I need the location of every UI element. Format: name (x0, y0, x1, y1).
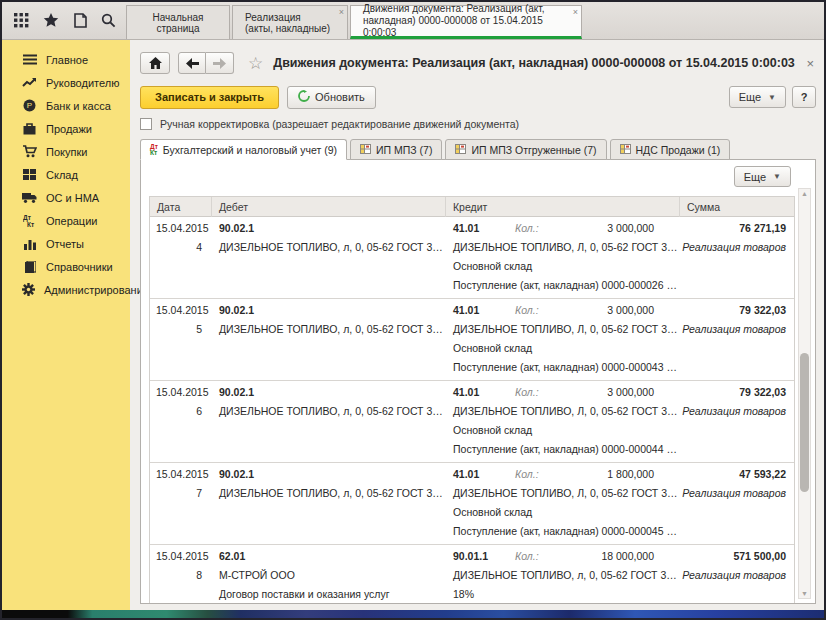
more-button[interactable]: Еще▼ (729, 86, 786, 108)
cell-debit-detail (212, 503, 446, 522)
col-header-credit[interactable]: Кредит (446, 197, 680, 217)
main-area: ☆ Движения документа: Реализация (акт, н… (130, 40, 824, 610)
chevron-down-icon: ▼ (773, 172, 781, 181)
cell-debit-detail (212, 440, 446, 459)
tab-ip-mpz[interactable]: ИП МПЗ (7) (350, 139, 442, 160)
table-more-button[interactable]: Еще▼ (734, 166, 791, 187)
favorite-star-icon[interactable]: ☆ (248, 53, 263, 74)
tab-ip-mpz-shipped[interactable]: ИП МПЗ Отгруженные (7) (445, 139, 606, 160)
history-icon[interactable] (73, 13, 87, 28)
col-header-sum[interactable]: Сумма (680, 197, 794, 217)
help-button[interactable]: ? (792, 86, 816, 108)
home-button[interactable] (140, 52, 170, 74)
cell-credit-detail: Основной склад (446, 421, 680, 440)
tab-document-movements[interactable]: Движения документа: Реализация (акт, нак… (350, 5, 582, 39)
sidebar-item-label: Продажи (46, 123, 92, 135)
col-header-date[interactable]: Дата (150, 197, 212, 217)
scrollbar-thumb[interactable] (800, 353, 809, 492)
menu-icon (22, 54, 37, 65)
app-window: Начальная страница Реализация (акты, нак… (0, 0, 826, 620)
sidebar-item-label: Банк и касса (46, 100, 111, 112)
save-and-close-button[interactable]: Записать и закрыть (140, 86, 279, 109)
sidebar-item-warehouse[interactable]: Склад (2, 163, 130, 186)
sidebar-item-bank-cash[interactable]: PБанк и касса (2, 94, 130, 117)
cell-debit-account: 90.02.1 (212, 301, 446, 320)
cell-debit-detail (212, 257, 446, 276)
cell-debit-detail (212, 276, 446, 295)
refresh-label: Обновить (315, 91, 365, 103)
sidebar-item-catalogs[interactable]: Справочники (2, 255, 130, 278)
cell-date: 15.04.2015 (150, 301, 212, 320)
scroll-down-icon[interactable]: ▼ (799, 590, 810, 597)
scroll-up-icon[interactable]: ▲ (799, 190, 810, 197)
sidebar-item-administration[interactable]: Администрирование (2, 278, 130, 301)
document-close-icon[interactable]: × (804, 56, 816, 71)
cell-date: 15.04.2015 (150, 547, 212, 566)
tab-home-page[interactable]: Начальная страница (126, 5, 230, 39)
sidebar-item-operations[interactable]: ДтКтОперации (2, 209, 130, 232)
sidebar-item-label: ОС и НМА (46, 192, 99, 204)
top-tab-bar: Начальная страница Реализация (акты, нак… (2, 2, 824, 40)
svg-text:P: P (27, 101, 32, 110)
cell-sum: 79 322,03 (680, 383, 794, 402)
manual-adjustment-checkbox[interactable] (140, 118, 152, 130)
table-row[interactable]: 15.04.201590.02.141.01Кол.:3 000,00079 3… (150, 381, 794, 463)
cell-credit-account: 41.01 (453, 383, 515, 402)
forward-button[interactable] (206, 52, 234, 74)
sidebar-item-label: Справочники (46, 261, 113, 273)
tab-label: ИП МПЗ (7) (376, 144, 432, 156)
more-label: Еще (744, 171, 766, 183)
sidebar-item-os-nma[interactable]: ОС и НМА (2, 186, 130, 209)
cell-sum: 47 593,22 (680, 465, 794, 484)
register-table-icon (360, 144, 371, 156)
sidebar-item-sales[interactable]: Продажи (2, 117, 130, 140)
col-header-debit[interactable]: Дебет (212, 197, 446, 217)
sidebar-item-manager[interactable]: Руководителю (2, 71, 130, 94)
cell-credit-account: 41.01 (453, 465, 515, 484)
table-row[interactable]: 15.04.201590.02.141.01Кол.:1 800,00047 5… (150, 463, 794, 545)
sidebar-item-reports[interactable]: Отчеты (2, 232, 130, 255)
tab-label: Начальная страница (139, 12, 217, 34)
table-row[interactable]: 15.04.201590.02.141.01Кол.:3 000,00079 3… (150, 299, 794, 381)
cell-row-number: 8 (150, 566, 212, 585)
cell-credit-detail: Основной склад (446, 257, 680, 276)
cell-credit-detail: ДИЗЕЛЬНОЕ ТОПЛИВО, Л, 0, 05-62 ГОСТ 305-… (446, 320, 680, 339)
sidebar-item-label: Отчеты (46, 238, 84, 250)
search-icon[interactable] (101, 13, 116, 28)
tab-label: НДС Продажи (1) (636, 144, 721, 156)
cell-debit-detail (212, 358, 446, 377)
back-button[interactable] (178, 52, 206, 74)
cell-date: 15.04.2015 (150, 465, 212, 484)
sidebar-item-main[interactable]: Главное (2, 48, 130, 71)
cell-date: 15.04.2015 (150, 219, 212, 238)
refresh-button[interactable]: Обновить (287, 86, 376, 109)
svg-text:Кт: Кт (27, 221, 34, 228)
cell-sum-note: Реализация товаров (680, 238, 794, 257)
cell-credit-detail: ДИЗЕЛЬНОЕ ТОПЛИВО, Л, 0, 05-62 ГОСТ 305-… (446, 402, 680, 421)
table-row[interactable]: 15.04.201590.02.141.01Кол.:3 000,00076 2… (150, 217, 794, 299)
sidebar-item-purchases[interactable]: Покупки (2, 140, 130, 163)
tab-realization-list[interactable]: Реализация (акты, накладные) × (232, 5, 348, 39)
tab-label: Реализация (акты, накладные) (245, 12, 331, 34)
cell-sum-note: Реализация товаров (680, 484, 794, 503)
tab-label: Движения документа: Реализация (акт, нак… (363, 3, 565, 39)
tab-close-icon[interactable]: × (339, 8, 344, 17)
tab-label: ИП МПЗ Отгруженные (7) (471, 144, 596, 156)
cell-credit-detail: ДИЗЕЛЬНОЕ ТОПЛИВО, Л, 0, 05-62 ГОСТ 305-… (446, 238, 680, 257)
bar-chart-icon (22, 238, 37, 250)
favorites-star-icon[interactable] (43, 13, 59, 28)
cell-credit-detail: Поступление (акт, накладная) 0000-000044… (446, 440, 680, 459)
help-label: ? (801, 91, 808, 103)
tab-nds-sales[interactable]: НДС Продажи (1) (610, 139, 731, 160)
apps-menu-icon[interactable] (14, 13, 29, 28)
cell-debit-account: 90.02.1 (212, 465, 446, 484)
table-scrollbar[interactable]: ▲ ▼ (798, 188, 811, 599)
tab-close-icon[interactable]: × (573, 8, 578, 17)
cell-qty-label: Кол.: (515, 383, 555, 402)
cell-debit-detail: ДИЗЕЛЬНОЕ ТОПЛИВО, л, 0, 05-62 ГОСТ 305-… (212, 238, 446, 257)
page-title: Движения документа: Реализация (акт, нак… (273, 56, 795, 70)
sidebar-item-label: Склад (46, 169, 78, 181)
book-icon (22, 261, 37, 273)
table-row[interactable]: 15.04.201562.0190.01.1Кол.:18 000,000571… (150, 545, 794, 604)
tab-accounting[interactable]: ДтКт Бухгалтерский и налоговый учет (9) (140, 139, 347, 160)
